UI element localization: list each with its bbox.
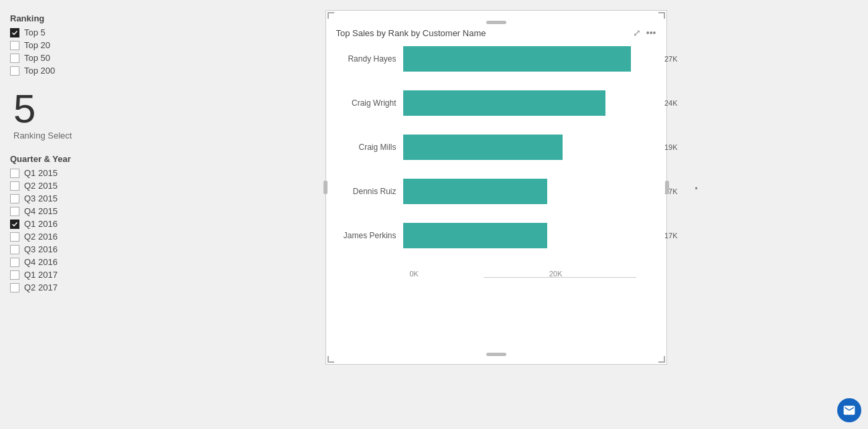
quarter-item-1[interactable]: Q2 2015 bbox=[10, 181, 114, 191]
ranking-select-label: Ranking Select bbox=[13, 131, 114, 141]
bar-track-4: 17K bbox=[403, 223, 656, 248]
resize-handle-right[interactable] bbox=[665, 181, 669, 194]
quarter-checkbox-3[interactable] bbox=[10, 207, 19, 216]
corner-tr bbox=[658, 12, 665, 19]
ranking-section-title: Ranking bbox=[10, 13, 114, 23]
quarter-item-5[interactable]: Q2 2016 bbox=[10, 232, 114, 242]
chart-title: Top Sales by Rank by Customer Name bbox=[336, 28, 486, 38]
bar-label-3: Dennis Ruiz bbox=[336, 187, 403, 196]
quarter-label-1: Q2 2015 bbox=[24, 181, 58, 191]
bar-fill-2 bbox=[403, 135, 563, 160]
bar-row-2: Craig Mills19K bbox=[336, 135, 656, 160]
sidebar: Ranking Top 5Top 20Top 50Top 200 5 Ranki… bbox=[0, 7, 124, 302]
chart-controls: ⤢ ••• bbox=[633, 27, 656, 38]
quarter-item-9[interactable]: Q2 2017 bbox=[10, 282, 114, 292]
bar-fill-1 bbox=[403, 90, 605, 116]
quarter-checkbox-9[interactable] bbox=[10, 283, 19, 292]
quarter-label-2: Q3 2015 bbox=[24, 193, 58, 203]
bar-value-1: 24K bbox=[664, 99, 678, 107]
resize-handle-bottom[interactable] bbox=[486, 353, 506, 356]
quarter-label-7: Q4 2016 bbox=[24, 257, 58, 267]
ranking-label-0: Top 5 bbox=[24, 27, 46, 37]
quarter-checkbox-5[interactable] bbox=[10, 232, 19, 242]
subscribe-button[interactable] bbox=[837, 398, 861, 422]
bar-row-1: Craig Wright24K bbox=[336, 90, 656, 116]
quarter-label-4: Q1 2016 bbox=[24, 219, 58, 229]
chart-header: Top Sales by Rank by Customer Name ⤢ ••• bbox=[336, 27, 656, 38]
quarter-checkbox-2[interactable] bbox=[10, 194, 19, 203]
quarter-label-9: Q2 2017 bbox=[24, 282, 58, 292]
axis-min: 0K bbox=[410, 270, 419, 278]
axis-labels: 0K 20K bbox=[410, 267, 563, 278]
ranking-item-0[interactable]: Top 5 bbox=[10, 27, 114, 37]
bar-chart: Randy Hayes27KCraig Wright24KCraig Mills… bbox=[336, 46, 656, 278]
quarter-item-0[interactable]: Q1 2015 bbox=[10, 168, 114, 178]
bar-track-0: 27K bbox=[403, 46, 656, 72]
quarter-checkbox-6[interactable] bbox=[10, 245, 19, 254]
ranking-section: Ranking Top 5Top 20Top 50Top 200 bbox=[10, 13, 114, 76]
ranking-checkbox-2[interactable] bbox=[10, 54, 19, 63]
quarter-checkbox-4[interactable] bbox=[10, 220, 19, 229]
bar-value-4: 17K bbox=[664, 232, 678, 240]
corner-tl bbox=[328, 12, 334, 19]
more-options-icon[interactable]: ••• bbox=[646, 27, 656, 38]
quarter-item-4[interactable]: Q1 2016 bbox=[10, 219, 114, 229]
ranking-select-section: 5 Ranking Select bbox=[10, 89, 114, 141]
bar-label-1: Craig Wright bbox=[336, 98, 403, 108]
bar-fill-3 bbox=[403, 179, 547, 204]
main-content: Top Sales by Rank by Customer Name ⤢ •••… bbox=[124, 7, 868, 365]
bar-row-4: James Perkins17K bbox=[336, 223, 656, 248]
quarter-label-5: Q2 2016 bbox=[24, 232, 58, 242]
chart-drag-handle-top[interactable] bbox=[336, 21, 656, 24]
quarter-year-section: Quarter & Year Q1 2015Q2 2015Q3 2015Q4 2… bbox=[10, 154, 114, 292]
chart-container: Top Sales by Rank by Customer Name ⤢ •••… bbox=[326, 10, 667, 365]
bar-fill-4 bbox=[403, 223, 547, 248]
bar-label-4: James Perkins bbox=[336, 231, 403, 240]
quarter-year-title: Quarter & Year bbox=[10, 154, 114, 164]
resize-handle-left[interactable] bbox=[323, 181, 328, 194]
bar-track-2: 19K bbox=[403, 135, 656, 160]
quarter-checkbox-1[interactable] bbox=[10, 181, 19, 191]
corner-br bbox=[658, 356, 665, 363]
ranking-checkbox-0[interactable] bbox=[10, 28, 19, 37]
bar-row-0: Randy Hayes27K bbox=[336, 46, 656, 72]
bar-row-3: Dennis Ruiz17K bbox=[336, 179, 656, 204]
ranking-checkbox-1[interactable] bbox=[10, 41, 19, 50]
quarter-label-3: Q4 2015 bbox=[24, 206, 58, 216]
quarter-item-8[interactable]: Q1 2017 bbox=[10, 270, 114, 280]
quarter-checkbox-8[interactable] bbox=[10, 270, 19, 280]
quarter-item-2[interactable]: Q3 2015 bbox=[10, 193, 114, 203]
expand-icon[interactable]: ⤢ bbox=[633, 27, 641, 38]
quarter-checkbox-0[interactable] bbox=[10, 169, 19, 178]
ranking-item-1[interactable]: Top 20 bbox=[10, 40, 114, 50]
bar-track-3: 17K bbox=[403, 179, 656, 204]
bar-value-2: 19K bbox=[664, 143, 678, 151]
ranking-checkbox-3[interactable] bbox=[10, 66, 19, 76]
ranking-label-1: Top 20 bbox=[24, 40, 50, 50]
bar-track-1: 24K bbox=[403, 90, 656, 116]
quarter-item-3[interactable]: Q4 2015 bbox=[10, 206, 114, 216]
bar-label-2: Craig Mills bbox=[336, 143, 403, 152]
ranking-select-number: 5 bbox=[13, 89, 114, 129]
bar-label-0: Randy Hayes bbox=[336, 54, 403, 64]
cursor-indicator: ⬞ bbox=[692, 180, 701, 197]
bar-fill-0 bbox=[403, 46, 631, 72]
quarter-item-7[interactable]: Q4 2016 bbox=[10, 257, 114, 267]
quarter-label-0: Q1 2015 bbox=[24, 168, 58, 178]
quarter-label-6: Q3 2016 bbox=[24, 244, 58, 254]
corner-bl bbox=[328, 356, 334, 363]
ranking-item-3[interactable]: Top 200 bbox=[10, 66, 114, 76]
ranking-label-2: Top 50 bbox=[24, 53, 50, 63]
axis-line bbox=[484, 277, 636, 278]
chart-axis: 0K 20K bbox=[336, 267, 656, 278]
quarter-item-6[interactable]: Q3 2016 bbox=[10, 244, 114, 254]
ranking-item-2[interactable]: Top 50 bbox=[10, 53, 114, 63]
quarter-checkbox-7[interactable] bbox=[10, 258, 19, 267]
quarter-label-8: Q1 2017 bbox=[24, 270, 58, 280]
ranking-label-3: Top 200 bbox=[24, 66, 55, 76]
bar-value-0: 27K bbox=[664, 55, 678, 63]
